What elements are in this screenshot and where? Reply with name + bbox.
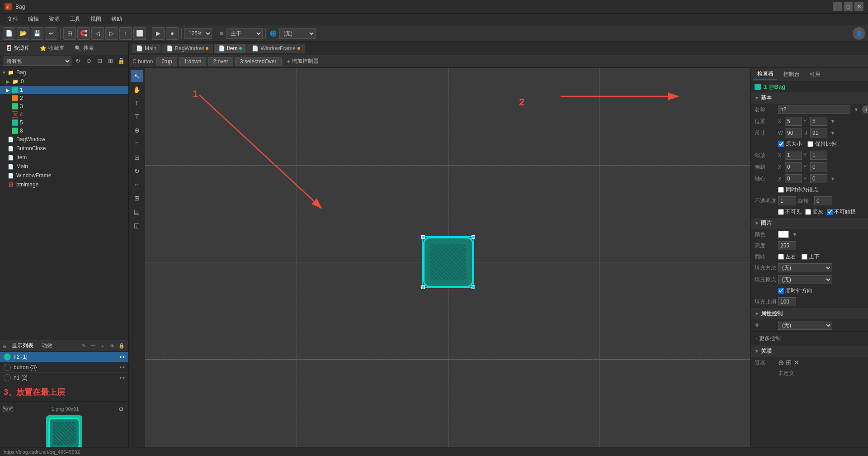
- skew-y-input[interactable]: [810, 162, 827, 171]
- minimize-button[interactable]: ─: [833, 2, 842, 11]
- tree-item-bag[interactable]: ▼ 📁 Bag: [0, 68, 128, 77]
- anchor-tool[interactable]: ◱: [131, 219, 143, 232]
- doc-tab-bagwindow[interactable]: 📄 BagWindow: [162, 44, 213, 53]
- undo-button[interactable]: ↩: [45, 27, 57, 40]
- basic-section-header[interactable]: ▼ 基本: [751, 92, 868, 104]
- split-button[interactable]: ⊟: [95, 57, 104, 66]
- save-button[interactable]: 💾: [31, 27, 43, 40]
- tree-item-btnimage[interactable]: 🖼 btnimage: [0, 180, 128, 189]
- panel-tool[interactable]: ▤: [131, 205, 143, 218]
- expand-icon[interactable]: ⊞: [786, 358, 792, 367]
- tree-item-3[interactable]: 3: [0, 102, 128, 110]
- rotate-tool[interactable]: ↻: [131, 165, 143, 177]
- tree-item-1[interactable]: ▶ 1: [0, 86, 128, 94]
- tree-item-8[interactable]: 8: [0, 127, 128, 135]
- asset-tab-search[interactable]: 🔍 搜索: [71, 43, 98, 53]
- curve-button[interactable]: 〜: [89, 342, 97, 350]
- tree-item-buttonclose[interactable]: 📄 ButtonClose: [0, 144, 128, 153]
- clockwise-checkbox[interactable]: [778, 288, 784, 294]
- play-button[interactable]: ▶: [152, 27, 165, 40]
- maximize-button[interactable]: □: [844, 2, 853, 11]
- more-ctrl-button[interactable]: + 更多控制: [755, 333, 781, 344]
- layer-menu-n2[interactable]: • •: [119, 353, 125, 361]
- refresh-button[interactable]: ↻: [73, 57, 82, 66]
- insp-tab-ref[interactable]: 引用: [806, 70, 824, 79]
- scene-select[interactable]: (无): [279, 28, 316, 39]
- select-tool[interactable]: ↖: [131, 70, 143, 82]
- state-over[interactable]: 2:over: [208, 57, 233, 66]
- lock-display-button[interactable]: 🔒: [118, 342, 126, 350]
- rotation-input[interactable]: [814, 196, 832, 205]
- text-tool2[interactable]: T: [131, 110, 143, 123]
- hand-tool[interactable]: ✋: [131, 83, 143, 96]
- size-dropdown-button[interactable]: ▼: [829, 129, 837, 137]
- scale-x-input[interactable]: [785, 151, 802, 160]
- fill-method-select[interactable]: (无): [778, 263, 832, 272]
- sync-anchor-checkbox[interactable]: [778, 187, 784, 193]
- fill-origin-select[interactable]: (无): [778, 275, 832, 284]
- canvas-item[interactable]: [422, 236, 474, 288]
- insp-tab-inspector[interactable]: 检查器: [754, 69, 777, 80]
- doc-tab-item[interactable]: 📄 Item: [214, 44, 246, 53]
- relation-header[interactable]: ▼ 关联: [751, 346, 868, 357]
- opacity-input[interactable]: [778, 196, 796, 205]
- no-touch-label[interactable]: 不可触摸: [827, 208, 856, 216]
- original-size-checkbox[interactable]: [778, 141, 784, 147]
- attr-ctrl-header[interactable]: ▼ 属性控制: [751, 308, 868, 319]
- tree-item-windowframe[interactable]: 📄 WindowFrame: [0, 171, 128, 180]
- menu-view[interactable]: 视图: [86, 14, 106, 24]
- animation-tab[interactable]: 动效: [39, 341, 55, 351]
- mode-select[interactable]: 主干: [226, 28, 263, 39]
- flip-ud-label[interactable]: 上下: [802, 253, 820, 261]
- state-selected[interactable]: 3:selectedOver: [235, 57, 282, 66]
- flip-ud-checkbox[interactable]: [802, 254, 807, 260]
- grid-view-button[interactable]: ⊞: [106, 57, 115, 66]
- new-file-button[interactable]: 📄: [3, 27, 15, 40]
- layer-item-n1[interactable]: n1 {2} • •: [0, 373, 128, 383]
- canvas-main[interactable]: 1: [145, 68, 750, 456]
- edit-display-button[interactable]: ✎: [80, 342, 88, 350]
- skew-x-input[interactable]: [785, 162, 802, 171]
- frame-button[interactable]: ⬜: [133, 27, 146, 40]
- pos-dropdown-button[interactable]: ▼: [829, 117, 837, 125]
- handle-tl[interactable]: [421, 235, 425, 239]
- add-controller-button[interactable]: + 增加控制器: [287, 57, 319, 65]
- tree-item-bagwindow[interactable]: 📄 BagWindow: [0, 135, 128, 144]
- add-layer-button[interactable]: +: [99, 342, 107, 350]
- minus-tool[interactable]: ⊟: [131, 151, 143, 164]
- open-button[interactable]: 📂: [17, 27, 29, 40]
- preview-settings-button[interactable]: ⚙: [117, 404, 126, 413]
- flip-lr-label[interactable]: 左右: [778, 253, 796, 261]
- doc-tab-main[interactable]: 📄 Main: [132, 44, 161, 53]
- brightness-input[interactable]: [778, 241, 796, 250]
- tree-item-5[interactable]: 5: [0, 119, 128, 127]
- gray-label[interactable]: 变灰: [805, 208, 823, 216]
- close-relation-icon[interactable]: ✕: [793, 358, 799, 367]
- size-h-input[interactable]: [810, 128, 827, 138]
- sync-anchor-label[interactable]: 同时作为锚点: [778, 186, 818, 194]
- image-section-header[interactable]: ▼ 图片: [751, 218, 868, 229]
- keep-ratio-label[interactable]: 保持比例: [807, 140, 837, 148]
- state-down[interactable]: 1:down: [179, 57, 207, 66]
- arrow-right-button[interactable]: ▷: [105, 27, 118, 40]
- asset-tab-favorites[interactable]: ⭐ 收藏夹: [36, 43, 68, 53]
- layer-item-button[interactable]: button {3} • •: [0, 362, 128, 373]
- flip-lr-checkbox[interactable]: [778, 254, 784, 260]
- menu-help[interactable]: 帮助: [107, 14, 127, 24]
- pivot-y-input[interactable]: [810, 174, 827, 183]
- clockwise-label[interactable]: 顺时针方向: [778, 287, 812, 294]
- list-tool[interactable]: ≡: [131, 138, 143, 150]
- state-up[interactable]: 0:up: [156, 57, 177, 66]
- snap-button[interactable]: 🧲: [77, 27, 90, 40]
- color-dropdown-button[interactable]: ▼: [791, 230, 799, 238]
- stop-button[interactable]: ●: [166, 27, 179, 40]
- no-touch-checkbox[interactable]: [827, 209, 833, 215]
- pivot-x-input[interactable]: [785, 174, 802, 183]
- size-w-input[interactable]: [785, 128, 802, 138]
- original-size-label[interactable]: 原大小: [778, 140, 802, 148]
- handle-tr[interactable]: [472, 235, 475, 239]
- cursor-button[interactable]: ↕: [119, 27, 132, 40]
- tree-item-4[interactable]: ✕ 4: [0, 110, 128, 119]
- menu-asset[interactable]: 资源: [44, 14, 64, 24]
- arrow-left-button[interactable]: ◁: [91, 27, 104, 40]
